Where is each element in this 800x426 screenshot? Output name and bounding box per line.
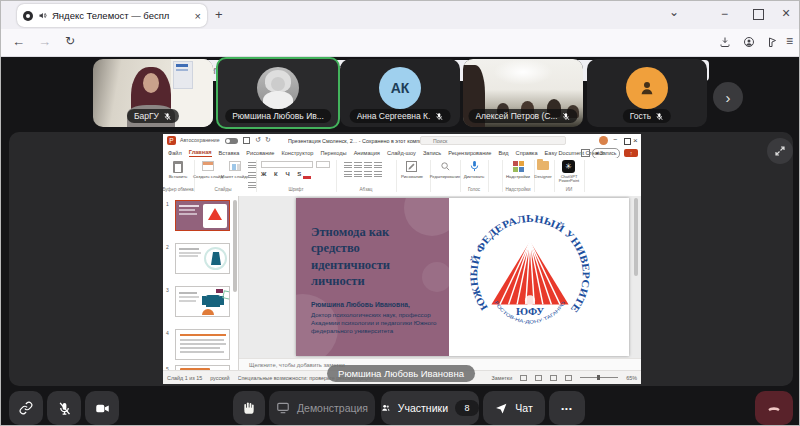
ppt-paste-label[interactable]: Вставить [169,175,188,180]
ppt-drawing-icon[interactable] [406,161,417,172]
ppt-designer-icon[interactable] [537,161,549,170]
zoom-level[interactable]: 65% [626,375,637,381]
ppt-layout-icon[interactable] [229,161,241,171]
copy-link-button[interactable] [9,391,43,425]
new-tab-button[interactable]: + [215,7,223,22]
thumb-number: 3 [166,287,169,293]
ppt-menu-animations[interactable]: Анимация [354,150,380,156]
thumbnail-scrollbar[interactable] [233,200,237,292]
ppt-menu-review[interactable]: Рецензирование [448,150,491,156]
back-button[interactable]: ← [12,34,25,49]
window-close-button[interactable]: × [782,5,790,21]
ppt-paragraph-buttons[interactable] [343,161,391,179]
more-options-button[interactable]: ••• [549,391,585,425]
canvas-scrollbar[interactable] [634,198,638,276]
ppt-designer-label[interactable]: Designer [534,175,552,180]
browser-tab[interactable]: Яндекс Телемост — беспл × [17,4,207,27]
view-reading-icon[interactable] [550,375,557,381]
leave-call-button[interactable] [755,391,793,425]
participant-tile-alexey[interactable]: Алексей Петров (С... [463,59,583,127]
ppt-layout-label[interactable]: Макет слайда [221,175,249,180]
tab-list-icon[interactable]: ⌄ [669,5,679,19]
microphone-button[interactable] [47,391,81,425]
ppt-menu-draw[interactable]: Рисование [246,150,274,156]
ppt-paste-icon[interactable] [173,161,183,173]
ppt-dictate-icon[interactable] [469,160,480,173]
window-restore-button[interactable] [753,9,764,20]
ppt-redo-icon[interactable]: ↻ [265,136,271,144]
ppt-comments-icon[interactable] [581,149,590,157]
reload-button[interactable]: ↻ [65,34,75,48]
ppt-font-color-chip[interactable] [303,176,311,179]
window-minimize-button[interactable]: − [721,7,728,21]
ppt-user-avatar[interactable] [599,136,608,145]
share-screen-button[interactable]: Демонстрация [269,391,375,425]
participant-tile-guest[interactable]: Гость [587,59,707,127]
tab-audio-icon[interactable] [38,11,47,20]
participant-tile-anna[interactable]: АК Анна Сергеевна К. [340,59,460,127]
ppt-menu-insert[interactable]: Вставка [219,150,240,156]
ppt-group-ai: ИИ [566,187,573,192]
ppt-group-font: Шрифт [288,187,303,192]
participants-button[interactable]: Участники 8 [381,391,479,425]
forward-button[interactable]: → [38,34,51,49]
camera-button[interactable] [85,391,119,425]
status-language[interactable]: русский [210,375,229,381]
ppt-close-icon[interactable]: × [633,136,638,145]
ppt-new-slide-icon[interactable] [202,161,214,171]
ppt-dictate-label[interactable]: Диктовать [464,175,485,180]
slide-thumbnail-1[interactable] [175,200,230,231]
ppt-new-slide-label[interactable]: Создать слайд [193,175,223,180]
ppt-slide-canvas[interactable]: Этномода как средство идентичности лично… [296,198,629,356]
raise-hand-button[interactable] [233,391,265,425]
participant-tile-bargu[interactable]: БарГУ [93,59,213,127]
slide-thumbnail-4[interactable] [175,329,230,360]
expand-stage-button[interactable] [767,138,793,164]
ppt-undo-icon[interactable]: ↺ [255,136,261,144]
ppt-addins-icon[interactable] [513,161,524,172]
ppt-slides-small-buttons[interactable] [247,161,257,189]
ppt-restore-icon[interactable] [624,138,631,145]
ppt-save-icon[interactable] [243,137,250,144]
ppt-share-button[interactable]: ↑ [624,149,638,157]
ppt-menu-view[interactable]: Вид [498,150,508,156]
zoom-slider[interactable] [580,377,618,378]
ppt-minimize-icon[interactable]: − [613,136,617,143]
tab-title: Яндекс Телемост — беспл [52,10,190,21]
downloads-icon[interactable] [719,36,731,48]
ppt-menu-transitions[interactable]: Переходы [320,150,346,156]
slide-thumbnail-3[interactable] [175,286,230,317]
ppt-editing-icon[interactable] [440,161,451,172]
send-icon [495,402,508,415]
ppt-menu-design[interactable]: Конструктор [281,150,313,156]
ppt-editing-label[interactable]: Редактирование [430,175,460,179]
ppt-chatgpt-icon[interactable]: ✳ [562,160,575,173]
ppt-drawing-label[interactable]: Рисование [401,175,423,180]
extensions-icon[interactable] [766,36,778,48]
status-notes-toggle[interactable]: Заметки [492,375,513,381]
ppt-chatgpt-label[interactable]: ChatGPT PowerPoint [554,175,584,184]
ppt-menu-slideshow[interactable]: Слайд-шоу [387,150,416,156]
ppt-menu-home[interactable]: Главная [189,149,212,157]
view-slideshow-icon[interactable] [565,375,572,381]
powerpoint-window: P Автосохранение ↺ ↻ Презентация Смоленс… [163,134,641,384]
ppt-addins-label[interactable]: Надстройки [506,175,530,180]
next-participants-button[interactable]: › [713,82,743,112]
tab-close-icon[interactable]: × [195,10,201,22]
ppt-menu-file[interactable]: Файл [168,150,182,156]
ppt-autosave-toggle[interactable] [225,138,238,144]
chat-button[interactable]: Чат [483,391,545,425]
menu-icon[interactable]: ≡ [786,34,793,48]
ppt-font-name-box[interactable] [261,161,313,168]
ppt-search-box[interactable]: Поиск [420,136,566,145]
slide-thumbnail-2[interactable] [175,243,230,274]
ppt-menu-record[interactable]: Запись [423,150,441,156]
view-normal-icon[interactable] [520,375,527,381]
ppt-group-voice: Голос [468,187,480,192]
account-icon[interactable] [743,36,755,48]
ppt-font-size-box[interactable] [316,161,330,168]
ppt-font-style-row[interactable]: Ж К Ч S [261,171,304,177]
ppt-menu-help[interactable]: Справка [516,150,538,156]
participant-tile-ryumshina[interactable]: Рюмшина Любовь Ив... [216,57,340,129]
view-sorter-icon[interactable] [535,375,542,381]
